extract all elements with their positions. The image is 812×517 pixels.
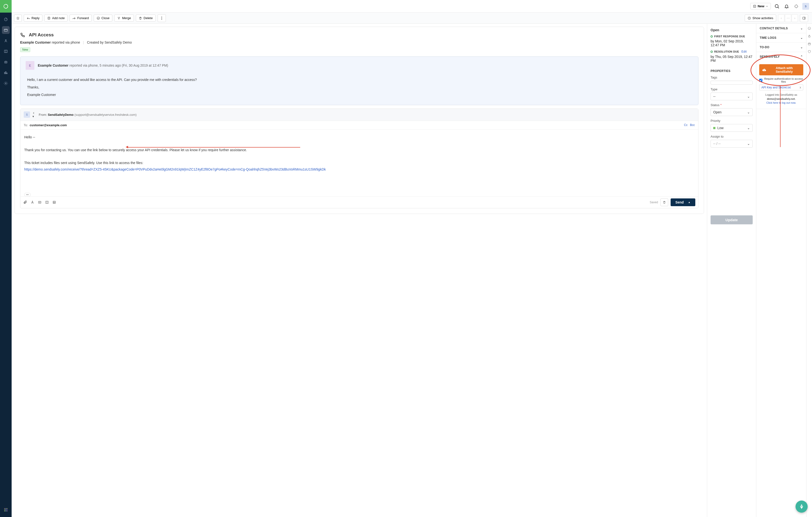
lock-icon[interactable]: [808, 34, 811, 38]
ticket-subline: Example Customer reported via phone Crea…: [20, 40, 698, 44]
next-ticket-button[interactable]: ›: [792, 14, 798, 22]
search-icon[interactable]: [773, 3, 781, 10]
info-icon[interactable]: [808, 27, 811, 30]
text-format-icon[interactable]: [30, 200, 34, 204]
more-pill[interactable]: •••: [24, 193, 31, 196]
nav-contacts-icon[interactable]: [2, 37, 10, 45]
nav-apps-icon[interactable]: [2, 506, 10, 514]
ticket-state: Open: [710, 28, 753, 32]
more-actions-button[interactable]: [157, 14, 166, 22]
accordion-sendsafely[interactable]: SENDSAFELY⌃: [756, 52, 806, 61]
accordion-timelogs[interactable]: TIME LOGS⌄: [756, 33, 806, 43]
update-button[interactable]: Update: [710, 215, 753, 224]
accordion-contact[interactable]: CONTACT DETAILS⌄: [756, 24, 806, 33]
svg-rect-36: [808, 36, 810, 37]
chevron-down-icon: ⌄: [801, 36, 803, 39]
saved-indicator: Saved: [650, 200, 658, 204]
sparkle-icon[interactable]: [793, 3, 800, 10]
remove-file-button[interactable]: x: [800, 86, 801, 89]
nav-tickets-icon[interactable]: [2, 26, 10, 34]
tags-input[interactable]: [710, 81, 753, 85]
star-button[interactable]: [14, 15, 22, 22]
nav-bot-icon[interactable]: [2, 58, 10, 66]
require-auth-label: Require authentication to access files: [764, 77, 803, 83]
accordion-todo[interactable]: TO-DO⌄: [756, 43, 806, 52]
svg-point-14: [6, 508, 7, 509]
notifications-icon[interactable]: [783, 3, 790, 10]
app-logo[interactable]: [0, 0, 11, 12]
chevron-down-icon: ⌄: [747, 110, 750, 114]
svg-rect-29: [803, 17, 806, 19]
cloud-upload-icon: [762, 68, 766, 72]
delete-button[interactable]: Delete: [136, 15, 156, 22]
svg-rect-10: [6, 73, 7, 74]
cc-link[interactable]: Cc: [684, 123, 688, 127]
send-button[interactable]: Send▲: [671, 198, 695, 206]
nav-dashboard-icon[interactable]: [2, 16, 10, 23]
reply-button[interactable]: Reply: [24, 15, 42, 22]
attach-icon[interactable]: [23, 200, 27, 204]
svg-point-12: [4, 508, 5, 509]
calendar-icon[interactable]: [808, 42, 811, 46]
svg-point-6: [5, 62, 6, 62]
file-link[interactable]: API Key and Secret.txt: [761, 86, 791, 89]
nav-dots: ⋯: [785, 14, 791, 22]
first-response-due: by Mon, 02 Sep 2019, 12:47 PM: [710, 39, 753, 47]
show-activities-button[interactable]: Show activities: [745, 15, 776, 22]
svg-point-17: [6, 509, 7, 510]
require-auth-checkbox[interactable]: [759, 79, 762, 82]
table-icon[interactable]: [52, 200, 56, 204]
svg-point-27: [161, 19, 162, 20]
ticket-card: API Access Example Customer reported via…: [14, 27, 704, 214]
status-select[interactable]: Open⌄: [710, 108, 753, 116]
bcc-link[interactable]: Bcc: [690, 123, 695, 127]
new-button[interactable]: New: [750, 3, 771, 9]
forward-button[interactable]: Forward: [69, 15, 92, 22]
message-line: Hello, I am a current customer and would…: [27, 76, 691, 84]
chevron-down-icon: ⌄: [747, 94, 750, 98]
reply-mode-icon[interactable]: ▾: [32, 111, 36, 118]
priority-select[interactable]: Low⌄: [710, 124, 753, 132]
svg-point-16: [5, 509, 6, 510]
chevron-down-icon: ⌄: [747, 142, 750, 145]
nav-analytics-icon[interactable]: [2, 69, 10, 77]
attach-sendsafely-button[interactable]: Attach with SendSafely: [759, 64, 803, 75]
svg-point-26: [161, 18, 162, 19]
svg-point-11: [5, 83, 6, 84]
right-mini-rail: [806, 24, 812, 517]
apps-panel: CONTACT DETAILS⌄ TIME LOGS⌄ TO-DO⌄ SENDS…: [756, 24, 806, 517]
status-dot-icon: [710, 35, 713, 37]
add-note-button[interactable]: Add note: [44, 15, 67, 22]
agent-avatar: S: [24, 111, 30, 118]
ticket-title: API Access: [29, 32, 54, 37]
customer-name[interactable]: Example Customer: [20, 40, 51, 44]
assign-select[interactable]: -- / --⌄: [710, 140, 753, 147]
close-button[interactable]: Close: [94, 15, 112, 22]
message-line: Example Customer: [27, 91, 691, 99]
nav-solutions-icon[interactable]: [2, 48, 10, 55]
kb-icon[interactable]: [45, 200, 49, 204]
user-avatar[interactable]: S: [802, 3, 809, 10]
edit-due-link[interactable]: Edit: [742, 50, 747, 53]
merge-button[interactable]: Merge: [114, 15, 134, 22]
expand-panel-button[interactable]: [800, 14, 808, 22]
canned-response-icon[interactable]: [38, 200, 41, 204]
customer-message: E Example Customer reported via phone, 5…: [20, 56, 698, 105]
svg-rect-9: [6, 72, 6, 74]
message-line: Thanks,: [27, 84, 691, 91]
discard-button[interactable]: [661, 198, 668, 206]
nav-settings-icon[interactable]: [2, 79, 10, 87]
reply-textarea[interactable]: Hello -- Thank you for contacting us. Yo…: [20, 130, 698, 193]
sendsafely-link[interactable]: https://demo.sendsafely.com/receive/?thr…: [24, 167, 326, 171]
type-select[interactable]: --⌄: [710, 92, 753, 100]
freshdesk-fab-icon[interactable]: [795, 500, 808, 513]
status-dot-icon: [710, 51, 713, 53]
new-label: New: [758, 4, 764, 8]
phone-icon: [20, 32, 25, 37]
logout-link[interactable]: Click here to log out now.: [766, 101, 796, 104]
shield-icon[interactable]: [808, 50, 811, 53]
nav-arrows: ‹ ⋯ ›: [778, 14, 798, 22]
prev-ticket-button[interactable]: ‹: [778, 14, 784, 22]
svg-point-19: [5, 511, 6, 511]
to-field[interactable]: customer@example.com: [30, 123, 67, 127]
